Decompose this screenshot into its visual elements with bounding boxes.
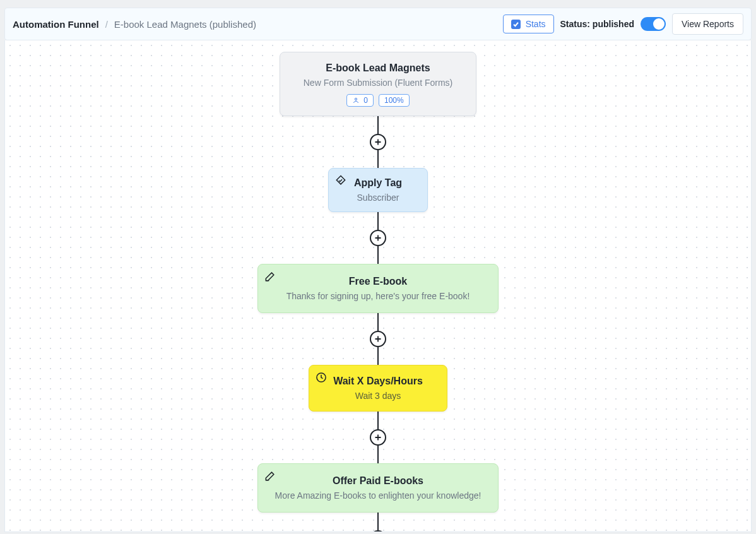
email1-title: Free E-book <box>273 276 483 287</box>
add-step-button[interactable] <box>370 134 386 150</box>
percent-badge[interactable]: 100% <box>379 94 410 107</box>
connector-edge <box>377 246 379 264</box>
apply-tag-title: Apply Tag <box>338 177 418 189</box>
compose-icon <box>263 469 277 483</box>
connector-edge <box>377 212 379 230</box>
trigger-subtitle: New Form Submission (Fluent Forms) <box>293 78 463 88</box>
compose-icon <box>263 270 277 283</box>
add-step-button[interactable] <box>370 331 386 347</box>
people-badge[interactable]: 0 <box>346 94 374 107</box>
wait-node[interactable]: Wait X Days/Hours Wait 3 days <box>309 365 447 412</box>
publish-toggle[interactable] <box>641 17 666 31</box>
breadcrumb-leaf: E-book Lead Magnets (published) <box>114 19 256 30</box>
plus-icon <box>374 434 382 441</box>
page-header: Automation Funnel / E-book Lead Magnets … <box>4 8 752 40</box>
flow-column: E-book Lead Magnets New Form Submission … <box>214 52 542 532</box>
connector-edge <box>377 446 379 463</box>
clock-icon <box>314 371 328 384</box>
email2-title: Offer Paid E-books <box>273 475 483 487</box>
tag-check-icon <box>334 174 348 187</box>
connector-edge <box>377 116 379 134</box>
email-node-offer-paid[interactable]: Offer Paid E-books More Amazing E-books … <box>257 463 499 513</box>
email-node-free-ebook[interactable]: Free E-book Thanks for signing up, here'… <box>257 264 499 313</box>
email2-subtitle: More Amazing E-books to enlighten your k… <box>273 490 483 501</box>
status-label: Status: published <box>560 19 634 29</box>
stats-label: Stats <box>526 19 546 29</box>
breadcrumb-separator: / <box>105 19 108 30</box>
add-step-button[interactable] <box>370 429 386 446</box>
connector-edge <box>377 313 379 331</box>
plus-icon <box>374 335 382 343</box>
trigger-stats: 0 100% <box>293 94 463 107</box>
view-reports-button[interactable]: View Reports <box>672 13 743 35</box>
wait-subtitle: Wait 3 days <box>319 391 437 401</box>
percent-value: 100% <box>384 96 404 105</box>
trigger-title: E-book Lead Magnets <box>293 62 463 74</box>
email1-subtitle: Thanks for signing up, here's your free … <box>273 291 483 301</box>
toggle-knob <box>653 18 664 30</box>
check-icon <box>511 20 521 29</box>
apply-tag-subtitle: Subscriber <box>338 193 418 203</box>
trigger-node[interactable]: E-book Lead Magnets New Form Submission … <box>280 52 476 116</box>
apply-tag-node[interactable]: Apply Tag Subscriber <box>328 168 428 212</box>
svg-point-0 <box>355 98 357 100</box>
add-step-button[interactable] <box>370 530 386 532</box>
automation-canvas[interactable]: E-book Lead Magnets New Form Submission … <box>4 40 752 532</box>
connector-edge <box>377 150 379 168</box>
user-icon <box>352 97 360 104</box>
connector-edge <box>377 412 379 429</box>
connector-edge <box>377 513 379 530</box>
connector-edge <box>377 347 379 365</box>
plus-icon <box>374 234 382 242</box>
breadcrumb-root[interactable]: Automation Funnel <box>13 19 99 30</box>
header-actions: Stats Status: published View Reports <box>503 13 743 35</box>
wait-title: Wait X Days/Hours <box>319 376 437 387</box>
stats-toggle-checkbox[interactable]: Stats <box>503 15 554 33</box>
people-count: 0 <box>363 96 368 105</box>
add-step-button[interactable] <box>370 230 386 246</box>
breadcrumb: Automation Funnel / E-book Lead Magnets … <box>13 19 256 30</box>
plus-icon <box>374 138 382 146</box>
